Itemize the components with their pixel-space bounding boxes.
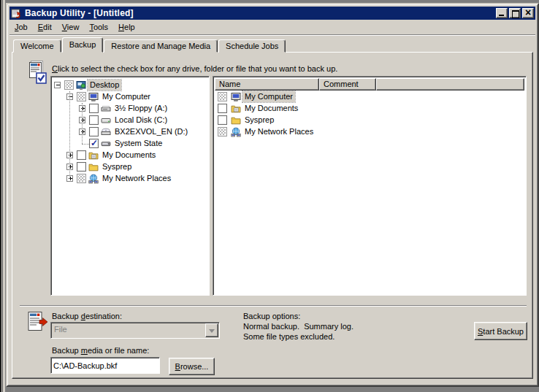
tree-item-sysprep[interactable]: Sysprep [53, 161, 207, 173]
chevron-down-icon[interactable] [205, 323, 218, 337]
backup-utility-window: Backup Utility - [Untitled] Job Edit Vie… [6, 3, 539, 387]
network-places-icon [231, 127, 241, 137]
maximize-button[interactable] [509, 8, 521, 18]
column-header-name[interactable]: Name [215, 78, 319, 91]
backup-app-icon [11, 8, 22, 19]
page-arrow-icon [26, 311, 48, 337]
tree-item-bx2exvol-en-d[interactable]: BX2EXVOL_EN (D:) [53, 126, 207, 138]
checkbox-system-state[interactable] [89, 139, 99, 148]
window-title: Backup Utility - [Untitled] [25, 8, 494, 18]
list-row-my-documents[interactable]: My Documents [215, 103, 524, 115]
backup-selection-tree: DesktopMy Computer3½ Floppy (A:)Local Di… [50, 76, 210, 296]
tree-item-my-computer[interactable]: My Computer [53, 91, 207, 103]
backup-destination-value: File [54, 325, 67, 334]
tab-restore-and-manage-media[interactable]: Restore and Manage Media [104, 39, 218, 53]
checkbox-sysprep[interactable] [77, 162, 86, 172]
tab-strip: Welcome Backup Restore and Manage Media … [13, 37, 286, 53]
tree-item-label[interactable]: 3½ Floppy (A:) [112, 103, 169, 114]
backup-destination-select[interactable]: File [50, 322, 220, 339]
checkbox-my-documents[interactable] [218, 104, 227, 113]
checkbox-desktop[interactable] [64, 80, 74, 90]
tree-item-label[interactable]: Sysprep [100, 161, 134, 172]
collapse-minus-icon[interactable] [54, 82, 61, 88]
list-header: Name Comment [215, 78, 524, 91]
list-item-label[interactable]: Sysprep [242, 115, 276, 126]
tab-welcome[interactable]: Welcome [13, 39, 61, 53]
tree-connector [82, 144, 89, 145]
menu-item-view[interactable]: View [57, 21, 85, 33]
tree-item-label[interactable]: My Network Places [100, 173, 173, 184]
backup-options-line1: Normal backup. Summary log. [243, 322, 353, 331]
backup-media-label: Backup media or file name: [52, 346, 149, 355]
column-header-comment[interactable]: Comment [319, 78, 376, 91]
titlebar[interactable]: Backup Utility - [Untitled] [9, 7, 535, 20]
tree-item-desktop[interactable]: Desktop [53, 80, 207, 91]
checkbox-my-network-places[interactable] [218, 127, 227, 137]
tree-item-label[interactable]: My Documents [100, 150, 158, 161]
desktop-icon [76, 80, 86, 91]
menu-item-job[interactable]: Job [9, 21, 33, 33]
minimize-button[interactable] [496, 8, 508, 18]
page-check-icon [28, 61, 47, 85]
list-item-label[interactable]: My Computer [242, 91, 295, 102]
folder-icon [88, 162, 99, 172]
tree-item-my-network-places[interactable]: My Network Places [53, 173, 207, 185]
checkbox-sysprep[interactable] [218, 115, 227, 125]
tree-connector [69, 91, 70, 179]
tree-item-label[interactable]: My Computer [100, 91, 153, 102]
network-places-icon [88, 174, 99, 184]
checkbox-my-network-places[interactable] [77, 174, 86, 183]
backup-media-input[interactable] [50, 357, 160, 374]
my-documents-icon [88, 150, 99, 161]
checkbox-local-disk-c[interactable] [89, 115, 99, 125]
tree-item-system-state[interactable]: System State [53, 138, 207, 150]
checkbox-3-floppy-a[interactable] [89, 104, 99, 113]
tab-backup[interactable]: Backup [62, 37, 104, 53]
backup-options-title: Backup options: [243, 312, 300, 320]
tree-item-my-documents[interactable]: My Documents [53, 150, 207, 161]
checkbox-my-computer[interactable] [218, 92, 227, 101]
background-window-edge [0, 0, 5, 392]
backup-selection-list: Name Comment My ComputerMy DocumentsSysp… [213, 76, 527, 296]
checkbox-my-computer[interactable] [77, 92, 86, 101]
cd-drive-icon [101, 127, 111, 137]
my-computer-icon [88, 92, 99, 102]
browse-button[interactable]: Browse... [169, 358, 215, 375]
folder-icon [231, 115, 241, 126]
tree-item-label[interactable]: Desktop [88, 80, 121, 91]
my-computer-icon [231, 92, 241, 102]
backup-destination-label: Backup destination: [52, 312, 122, 320]
instruction-text: Click to select the check box for any dr… [52, 64, 337, 73]
tree-item-label[interactable]: Local Disk (C:) [112, 115, 169, 126]
checkbox-my-documents[interactable] [77, 150, 86, 160]
menubar: Job Edit View Tools Help [9, 20, 535, 34]
menu-item-edit[interactable]: Edit [33, 21, 57, 33]
section-separator [20, 305, 527, 307]
hard-disk-icon [101, 115, 111, 126]
list-row-my-computer[interactable]: My Computer [215, 91, 524, 103]
list-row-my-network-places[interactable]: My Network Places [215, 126, 524, 138]
menu-item-help[interactable]: Help [113, 21, 140, 33]
checkbox-bx2exvol-en-d[interactable] [89, 127, 99, 137]
floppy-drive-icon [101, 104, 111, 114]
my-documents-icon [231, 104, 241, 114]
tree-item-label[interactable]: System State [112, 138, 164, 149]
tree-item-3-floppy-a[interactable]: 3½ Floppy (A:) [53, 103, 207, 115]
menu-separator [9, 34, 535, 36]
start-backup-button[interactable]: Start Backup [474, 322, 527, 340]
tab-schedule-jobs[interactable]: Schedule Jobs [218, 39, 286, 53]
list-item-label[interactable]: My Network Places [242, 126, 316, 137]
column-header-blank[interactable] [376, 78, 524, 91]
backup-tab-page: Click to select the check box for any dr… [12, 52, 533, 379]
list-item-label[interactable]: My Documents [242, 103, 300, 114]
system-state-icon [101, 139, 111, 149]
tree-item-label[interactable]: BX2EXVOL_EN (D:) [112, 126, 190, 137]
tree-item-local-disk-c[interactable]: Local Disk (C:) [53, 115, 207, 126]
tree-inner: DesktopMy Computer3½ Floppy (A:)Local Di… [53, 78, 207, 293]
list-inner: Name Comment My ComputerMy DocumentsSysp… [215, 78, 524, 293]
list-row-sysprep[interactable]: Sysprep [215, 115, 524, 126]
close-button[interactable] [522, 8, 534, 18]
menu-item-tools[interactable]: Tools [84, 21, 113, 33]
backup-options-line2: Some file types excluded. [243, 332, 335, 341]
tree-connector [82, 103, 83, 144]
